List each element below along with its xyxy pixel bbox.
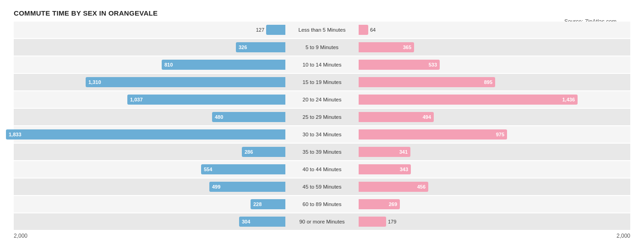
right-section: 64 [359,22,630,38]
chart-row: 480 25 to 29 Minutes 494 [14,109,630,125]
female-value: 365 [403,45,411,50]
row-label: 25 to 29 Minutes [285,114,359,120]
male-value: 326 [239,45,247,50]
axis-row: 2,000 2,000 [14,233,630,239]
bar-female [359,25,368,35]
right-section: 533 [359,56,630,73]
left-section: 127 [14,22,285,38]
female-value-outside: 64 [370,27,376,33]
row-label: 15 to 19 Minutes [285,79,359,85]
male-value-outside: 127 [256,27,264,33]
chart-area: 127 Less than 5 Minutes 64 326 5 to 9 Mi… [14,22,630,240]
male-value: 286 [245,149,253,155]
left-section: 286 [14,144,285,160]
right-section: 341 [359,144,630,160]
male-value: 1,833 [9,132,22,137]
right-section: 456 [359,179,630,195]
bar-male [266,25,285,35]
male-value: 499 [212,184,220,190]
right-section: 365 [359,39,630,56]
chart-row: 326 5 to 9 Minutes 365 [14,39,630,56]
row-label: 30 to 34 Minutes [285,132,359,137]
bar-male: 326 [236,42,285,52]
female-value: 895 [484,79,492,85]
row-label: Less than 5 Minutes [285,27,359,33]
male-value: 228 [253,201,262,207]
right-section: 343 [359,161,630,178]
chart-title: COMMUTE TIME BY SEX IN ORANGEVALE [14,9,630,17]
bar-female: 341 [359,147,410,157]
bar-male: 480 [212,112,285,122]
right-section: 975 [359,126,630,143]
female-value: 494 [423,114,431,120]
row-label: 5 to 9 Minutes [285,45,359,50]
bar-male: 1,037 [127,95,285,105]
row-label: 40 to 44 Minutes [285,167,359,172]
left-section: 326 [14,39,285,56]
left-section: 480 [14,109,285,125]
left-section: 810 [14,56,285,73]
bar-male: 499 [209,182,285,192]
left-section: 1,310 [14,74,285,90]
male-value: 1,037 [130,97,143,102]
right-section: 269 [359,196,630,212]
bar-male: 304 [239,217,285,227]
female-value: 341 [399,149,408,155]
bar-male: 554 [201,164,285,174]
chart-row: 554 40 to 44 Minutes 343 [14,161,630,178]
chart-row: 1,037 20 to 24 Minutes 1,436 [14,91,630,108]
bar-female [359,217,386,227]
left-section: 499 [14,179,285,195]
left-section: 1,833 [14,126,285,143]
chart-row: 304 90 or more Minutes 179 [14,213,630,230]
left-section: 304 [14,213,285,230]
bar-female: 494 [359,112,434,122]
female-value: 1,436 [562,97,575,102]
left-section: 554 [14,161,285,178]
bar-female: 1,436 [359,95,578,105]
row-label: 35 to 39 Minutes [285,149,359,155]
male-value: 554 [204,167,212,172]
female-value: 343 [400,167,408,172]
bar-female: 895 [359,77,495,87]
female-value: 975 [496,132,504,137]
bar-female: 975 [359,129,507,140]
bar-female: 533 [359,60,440,70]
bar-female: 365 [359,42,414,52]
male-value: 304 [242,219,250,224]
axis-right-label: 2,000 [617,233,630,239]
bar-male: 810 [162,60,285,70]
chart-row: 228 60 to 89 Minutes 269 [14,196,630,212]
chart-row: 1,310 15 to 19 Minutes 895 [14,74,630,90]
female-value: 269 [389,201,397,207]
left-section: 1,037 [14,91,285,108]
bar-male: 1,310 [86,77,285,87]
male-value: 480 [215,114,223,120]
left-section: 228 [14,196,285,212]
row-label: 60 to 89 Minutes [285,201,359,207]
female-value-outside: 179 [388,219,396,224]
chart-row: 286 35 to 39 Minutes 341 [14,144,630,160]
bar-female: 343 [359,164,411,174]
female-value: 456 [417,184,426,190]
chart-row: 1,833 30 to 34 Minutes 975 [14,126,630,143]
chart-row: 127 Less than 5 Minutes 64 [14,22,630,38]
right-section: 895 [359,74,630,90]
chart-row: 810 10 to 14 Minutes 533 [14,56,630,73]
male-value: 810 [164,62,173,67]
male-value: 1,310 [88,79,101,85]
bar-female: 269 [359,199,400,209]
row-label: 20 to 24 Minutes [285,97,359,102]
bar-female: 456 [359,182,428,192]
right-section: 1,436 [359,91,630,108]
bar-male: 228 [251,199,285,209]
axis-left-label: 2,000 [14,233,27,239]
row-label: 10 to 14 Minutes [285,62,359,67]
row-label: 45 to 59 Minutes [285,184,359,190]
female-value: 533 [429,62,437,67]
right-section: 494 [359,109,630,125]
row-label: 90 or more Minutes [285,219,359,224]
chart-row: 499 45 to 59 Minutes 456 [14,179,630,195]
right-section: 179 [359,213,630,230]
bar-male: 286 [242,147,285,157]
